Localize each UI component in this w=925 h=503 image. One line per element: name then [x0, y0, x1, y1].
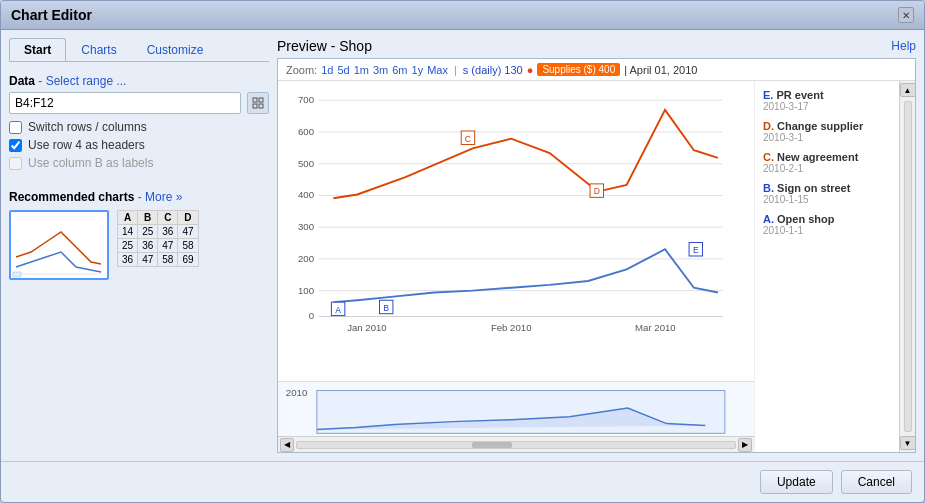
- chart-bottom: 2010: [278, 381, 754, 436]
- close-button[interactable]: ✕: [898, 7, 914, 23]
- tab-customize[interactable]: Customize: [132, 38, 219, 61]
- zoom-6m[interactable]: 6m: [392, 64, 407, 76]
- svg-rect-2: [253, 104, 257, 108]
- date-text: | April 01, 2010: [624, 64, 697, 76]
- svg-text:E: E: [693, 245, 699, 255]
- h-scroll-track[interactable]: [296, 441, 736, 449]
- chart-legend: E. PR event 2010-3-17 D. Change supplier…: [754, 81, 899, 452]
- svg-text:700: 700: [298, 94, 314, 105]
- col-labels-checkbox[interactable]: [9, 157, 22, 170]
- help-link[interactable]: Help: [891, 39, 916, 53]
- main-chart-row: 700 600 500 400 300 200 100 0 Jan 2010: [278, 81, 754, 381]
- svg-text:0: 0: [309, 310, 314, 321]
- legend-item-c: C. New agreement 2010-2-1: [763, 151, 891, 174]
- checkbox-col-labels: Use column B as labels: [9, 156, 269, 170]
- switch-rows-checkbox[interactable]: [9, 121, 22, 134]
- zoom-1d[interactable]: 1d: [321, 64, 333, 76]
- recommended-section: Recommended charts - More »: [9, 190, 269, 280]
- zoom-label: Zoom:: [286, 64, 317, 76]
- data-label: Data - Select range ...: [9, 74, 269, 88]
- supplies-dot: ●: [527, 64, 534, 76]
- svg-text:200: 200: [298, 253, 314, 264]
- chart-preview-area: A B C D 14 25 36 47 25: [9, 210, 269, 280]
- row-headers-checkbox[interactable]: [9, 139, 22, 152]
- left-panel: Start Charts Customize Data - Select ran…: [9, 38, 269, 453]
- recommended-title: Recommended charts - More »: [9, 190, 269, 204]
- legend-item-a: A. Open shop 2010-1-1: [763, 213, 891, 236]
- zoom-3m[interactable]: 3m: [373, 64, 388, 76]
- zoom-max[interactable]: Max: [427, 64, 448, 76]
- select-range-link[interactable]: - Select range ...: [38, 74, 126, 88]
- scroll-down-button[interactable]: ▼: [900, 436, 916, 450]
- more-link[interactable]: - More »: [138, 190, 183, 204]
- zoom-1m[interactable]: 1m: [354, 64, 369, 76]
- chart-container: Zoom: 1d 5d 1m 3m 6m 1y Max | s (daily) …: [277, 58, 916, 453]
- main-chart-svg: 700 600 500 400 300 200 100 0 Jan 2010: [278, 81, 754, 331]
- timeline-svg: 2010: [278, 382, 754, 437]
- svg-text:Mar 2010: Mar 2010: [635, 322, 676, 331]
- dialog-body: Start Charts Customize Data - Select ran…: [1, 30, 924, 461]
- grid-button[interactable]: [247, 92, 269, 114]
- checkbox-row-headers: Use row 4 as headers: [9, 138, 269, 152]
- chart-plot-area: 700 600 500 400 300 200 100 0 Jan 2010: [278, 81, 754, 452]
- svg-text:2010: 2010: [286, 387, 308, 398]
- titlebar: Chart Editor ✕: [1, 1, 924, 30]
- legend-item-b: B. Sign on street 2010-1-15: [763, 182, 891, 205]
- svg-rect-37: [317, 391, 725, 434]
- svg-text:Jan 2010: Jan 2010: [347, 322, 387, 331]
- chart-and-legend: 700 600 500 400 300 200 100 0 Jan 2010: [278, 81, 915, 452]
- mini-table: A B C D 14 25 36 47 25: [117, 210, 199, 267]
- svg-text:600: 600: [298, 126, 314, 137]
- dialog-title: Chart Editor: [11, 7, 92, 23]
- scroll-left-button[interactable]: ◀: [280, 438, 294, 452]
- svg-text:D: D: [594, 186, 600, 196]
- svg-text:C: C: [465, 134, 471, 144]
- v-scrollbar: ▲ ▼: [899, 81, 915, 452]
- svg-text:A: A: [335, 305, 341, 315]
- svg-rect-4: [11, 212, 107, 278]
- legend-item-e: E. PR event 2010-3-17: [763, 89, 891, 112]
- tabs: Start Charts Customize: [9, 38, 269, 62]
- legend-item-d: D. Change supplier 2010-3-1: [763, 120, 891, 143]
- cancel-button[interactable]: Cancel: [841, 470, 912, 494]
- zoom-5d[interactable]: 5d: [337, 64, 349, 76]
- preview-header: Preview - Shop Help: [277, 38, 916, 54]
- chart-toolbar: Zoom: 1d 5d 1m 3m 6m 1y Max | s (daily) …: [278, 59, 915, 81]
- update-button[interactable]: Update: [760, 470, 833, 494]
- tab-start[interactable]: Start: [9, 38, 66, 61]
- dialog-footer: Update Cancel: [1, 461, 924, 502]
- right-panel: Preview - Shop Help Zoom: 1d 5d 1m 3m 6m…: [277, 38, 916, 453]
- svg-rect-1: [259, 98, 263, 102]
- scroll-right-button[interactable]: ▶: [738, 438, 752, 452]
- svg-rect-6: [13, 272, 21, 277]
- tab-charts[interactable]: Charts: [66, 38, 131, 61]
- svg-text:Feb 2010: Feb 2010: [491, 322, 532, 331]
- svg-text:100: 100: [298, 285, 314, 296]
- svg-text:400: 400: [298, 189, 314, 200]
- scroll-up-button[interactable]: ▲: [900, 83, 916, 97]
- svg-text:500: 500: [298, 158, 314, 169]
- chart-editor-dialog: Chart Editor ✕ Start Charts Customize Da…: [0, 0, 925, 503]
- data-range-row: [9, 92, 269, 114]
- data-section: Data - Select range ...: [9, 74, 269, 174]
- range-input[interactable]: [9, 92, 241, 114]
- checkbox-switch-rows: Switch rows / columns: [9, 120, 269, 134]
- daily-badge: s (daily) 130: [463, 64, 523, 76]
- h-scrollbar: ◀ ▶: [278, 436, 754, 452]
- v-scroll-track[interactable]: [904, 101, 912, 432]
- preview-title: Preview - Shop: [277, 38, 372, 54]
- svg-text:300: 300: [298, 221, 314, 232]
- svg-rect-3: [259, 104, 263, 108]
- svg-text:B: B: [383, 303, 389, 313]
- chart-thumbnail[interactable]: [9, 210, 109, 280]
- h-scroll-thumb[interactable]: [472, 442, 512, 448]
- supplies-badge[interactable]: Supplies ($) 400: [537, 63, 620, 76]
- svg-rect-0: [253, 98, 257, 102]
- zoom-1y[interactable]: 1y: [412, 64, 424, 76]
